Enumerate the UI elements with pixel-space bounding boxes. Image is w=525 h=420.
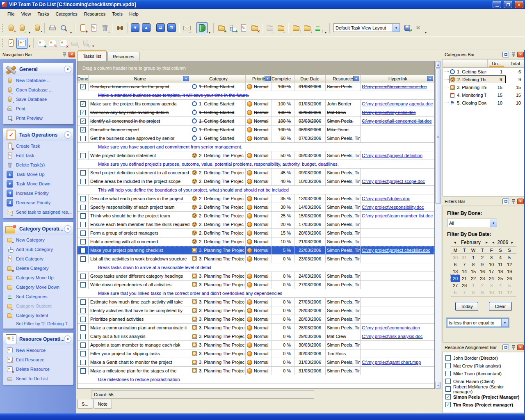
- task-row[interactable]: Hold a meeting with all concerned2. Defi…: [78, 237, 434, 246]
- calendar-day[interactable]: 26: [505, 275, 514, 282]
- chevron-down-icon[interactable]: ▾: [393, 24, 399, 32]
- calendar-day[interactable]: 31: [460, 254, 469, 261]
- done-checkbox[interactable]: [80, 239, 86, 244]
- nav-section-header-task-operations[interactable]: Task Operations«: [3, 128, 73, 141]
- sidebar-item-task-move-down[interactable]: ▼Task Move Down: [3, 179, 73, 188]
- task-row[interactable]: Make a milestone plan for the stages of …: [78, 367, 434, 375]
- nav-section-header-category-operati[interactable]: Category Operati...«: [3, 222, 73, 235]
- done-checkbox[interactable]: [80, 153, 86, 158]
- scroll-up-icon[interactable]: ▲: [435, 61, 441, 68]
- calendar-day[interactable]: 11: [496, 289, 505, 296]
- dropdown-arrow-icon[interactable]: ▾: [27, 44, 32, 48]
- column-header-priority[interactable]: Priority▾: [246, 75, 272, 82]
- calendar-day[interactable]: 24: [487, 275, 496, 282]
- calendar-day[interactable]: 2: [478, 282, 487, 289]
- resource-item-john-border-director[interactable]: John Border (Director): [444, 354, 523, 362]
- calendar-day[interactable]: 6: [451, 261, 460, 268]
- sidebar-item-print[interactable]: Print: [3, 104, 73, 113]
- column-header-name[interactable]: Name▾: [89, 75, 190, 82]
- save-database-button[interactable]: ▪: [32, 22, 43, 33]
- category-tree-item-4-monitoring-th[interactable]: 4. Monitoring Th1515: [443, 91, 524, 99]
- calendar-day[interactable]: 28: [460, 282, 469, 289]
- new-category-button[interactable]: +: [216, 22, 227, 33]
- task-row[interactable]: ✓Make sure the project fits company agen…: [78, 100, 434, 108]
- collapse-chevron-icon[interactable]: «: [64, 336, 71, 343]
- done-checkbox[interactable]: [80, 196, 86, 201]
- calendar-day[interactable]: 23: [478, 275, 487, 282]
- resource-item-tim-ross-project-manager[interactable]: ✓Tim Ross (Project manager): [444, 401, 523, 409]
- calendar-day[interactable]: 13: [451, 268, 460, 275]
- done-checkbox[interactable]: [80, 256, 86, 262]
- calendar-day[interactable]: 8: [469, 261, 478, 268]
- hyperlink[interactable]: C:\my project\company agenda.doc: [362, 101, 433, 106]
- edit-task-button[interactable]: ✎: [88, 22, 99, 33]
- task-row[interactable]: Form a group of project managers2. Defin…: [78, 229, 434, 237]
- sidebar-item-open-database[interactable]: →Open Database ...: [3, 85, 73, 94]
- sidebar-item-send-to-do-list[interactable]: ↑Send To Do List: [3, 374, 73, 383]
- done-checkbox[interactable]: [80, 282, 86, 288]
- sidebar-item-task-move-up[interactable]: ▲Task Move Up: [3, 169, 73, 179]
- save-layout-button[interactable]: ↗: [402, 22, 413, 33]
- filter-dropdown-icon[interactable]: ▾: [183, 76, 189, 81]
- sidebar-item-delete-task-s[interactable]: ↓Delete Task(s): [3, 160, 73, 169]
- hyperlink[interactable]: C:\my project\communication: [362, 325, 420, 330]
- tab-resources[interactable]: Resources: [107, 52, 140, 61]
- done-checkbox[interactable]: [80, 205, 86, 210]
- done-checkbox[interactable]: [80, 213, 86, 219]
- task-row[interactable]: List all the activities in work breakdow…: [78, 255, 434, 263]
- group-by-bar[interactable]: Drag a column header here to group by th…: [78, 61, 434, 75]
- done-checkbox[interactable]: [80, 325, 86, 331]
- task-row[interactable]: Define areas be included in the project …: [78, 177, 434, 186]
- calendar-day[interactable]: 10: [487, 289, 496, 296]
- calendar-day[interactable]: 8: [469, 289, 478, 296]
- calendar-day[interactable]: 7: [460, 289, 469, 296]
- done-checkbox[interactable]: [80, 342, 86, 348]
- hyperlink[interactable]: C:\my project\all concerned list.doc: [362, 119, 432, 123]
- sidebar-item-save-database[interactable]: ▪Save Database: [3, 94, 73, 104]
- notes-view-button[interactable]: [196, 22, 208, 33]
- calendar-day[interactable]: 5: [505, 254, 514, 261]
- edit-category-button[interactable]: ✎: [238, 22, 249, 33]
- done-checkbox[interactable]: [80, 317, 86, 322]
- task-row[interactable]: Prioritize planned activities3. Planning…: [78, 315, 434, 324]
- collapse-chevron-icon[interactable]: «: [64, 225, 71, 233]
- hyperlink[interactable]: C:\my project\responsibility.doc: [362, 205, 424, 210]
- done-checkbox[interactable]: ✓: [80, 101, 86, 107]
- done-checkbox[interactable]: [80, 308, 86, 313]
- resource-checkbox[interactable]: [445, 355, 451, 361]
- resource-checkbox[interactable]: [445, 379, 451, 384]
- sidebar-item-send-task-to-assigned-res[interactable]: →Send task to assigned res...: [3, 207, 73, 217]
- done-checkbox[interactable]: ✓: [80, 119, 86, 124]
- task-row[interactable]: Send project definition statement to all…: [78, 169, 434, 177]
- sort-categories-button[interactable]: ↑: [313, 22, 324, 33]
- float-panel-icon[interactable]: [502, 345, 509, 350]
- calendar-day[interactable]: 2: [478, 254, 487, 261]
- chevron-down-icon[interactable]: ▾: [490, 219, 497, 227]
- calendar-day[interactable]: 19: [505, 268, 514, 275]
- delete-resource-button[interactable]: ×: [58, 38, 69, 49]
- done-checkbox[interactable]: [80, 170, 86, 176]
- task-row[interactable]: Write project definition statement2. Def…: [78, 151, 434, 160]
- menu-resources[interactable]: Resources: [81, 10, 109, 18]
- calendar-day[interactable]: 15: [469, 268, 478, 275]
- pin-icon[interactable]: [510, 345, 516, 350]
- menu-categories[interactable]: Categories: [52, 10, 81, 18]
- scrollbar-thumb[interactable]: [435, 68, 441, 204]
- resource-item-robert-mcmurrey-senior-manager[interactable]: Robert McMurrey (Senior manager): [444, 385, 523, 393]
- resource-checkbox[interactable]: [445, 386, 451, 392]
- category-move-down-button[interactable]: ↓: [301, 22, 313, 33]
- delete-category-button[interactable]: ×: [249, 22, 260, 33]
- filter-dropdown-icon[interactable]: ▾: [427, 76, 433, 81]
- edit-resource-button[interactable]: ✎: [47, 38, 58, 49]
- sidebar-item-edit-category[interactable]: ✎Edit Category: [3, 254, 73, 263]
- resource-item-simon-peels-project-manager[interactable]: ✓Simon Peels (Project Manager): [444, 393, 523, 401]
- nav-section-header-resource-operati[interactable]: Resource Operati...«: [3, 333, 73, 345]
- done-checkbox[interactable]: ✓: [80, 127, 86, 132]
- dropdown-arrow-icon[interactable]: ▾: [208, 31, 212, 34]
- calendar-day[interactable]: 16: [478, 268, 487, 275]
- calendar-day[interactable]: 7: [460, 261, 469, 268]
- new-database-button[interactable]: +: [5, 22, 16, 33]
- filter-done-select[interactable]: All ▾: [447, 219, 497, 227]
- dropdown-arrow-icon[interactable]: ▾: [91, 44, 95, 48]
- category-indent-button[interactable]: →: [275, 22, 286, 33]
